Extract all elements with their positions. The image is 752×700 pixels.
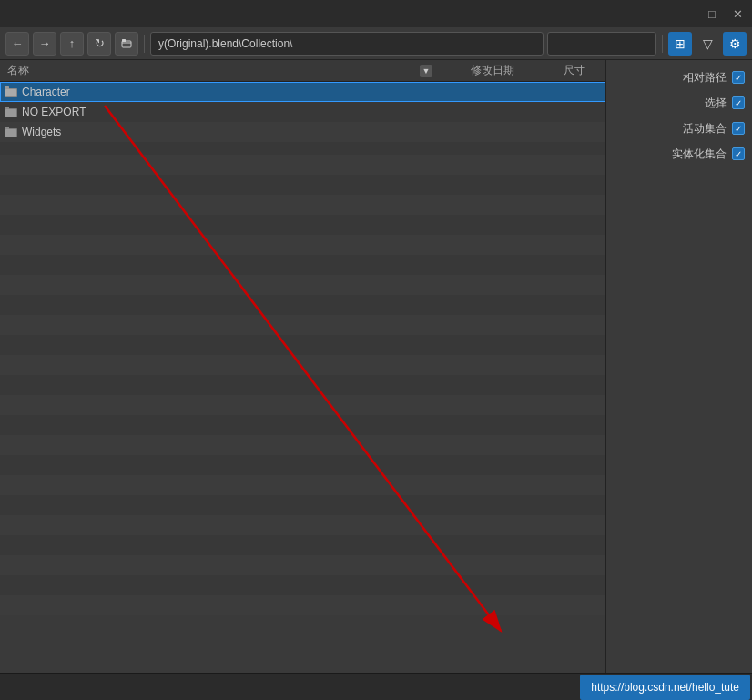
option-active-collection: 活动集合 [614,118,745,138]
checkbox-relative-path[interactable] [732,71,745,84]
close-button[interactable]: ✕ [730,6,745,21]
label-relative-path: 相对路径 [683,70,727,86]
label-select: 选择 [705,96,727,111]
svg-rect-7 [5,109,16,117]
option-solid-collection: 实体化集合 [614,144,745,164]
checkbox-solid-collection[interactable] [732,147,745,160]
right-panel: 相对路径 选择 活动集合 实体化集合 [606,60,752,673]
toolbar: ← → ↑ ↻ ⊞ ▽ ⚙ [0,27,752,60]
col-name-header: 名称 [4,63,420,78]
view-button[interactable]: ⊞ [668,32,692,56]
column-headers: 名称 ▼ 修改日期 尺寸 [0,60,605,82]
svg-rect-1 [122,39,126,42]
checkbox-select[interactable] [732,96,745,109]
maximize-button[interactable]: □ [705,6,719,21]
back-button[interactable]: ← [5,32,29,56]
open-button[interactable] [115,32,138,56]
title-bar: — □ ✕ [0,0,752,27]
file-name-widgets: Widgets [22,126,602,138]
checkbox-active-collection[interactable] [732,122,745,135]
option-relative-path: 相对路径 [614,67,745,87]
svg-rect-3 [5,86,9,89]
file-row-no-export[interactable]: NO EXPORT [0,102,605,122]
link-button[interactable]: https://blog.csdn.net/hello_tute [580,675,750,700]
status-bar: https://blog.csdn.net/hello_tute [0,673,752,700]
filter-dropdown-button[interactable]: ▼ [420,65,432,77]
search-input[interactable] [547,32,656,56]
folder-icon-widgets [4,125,18,139]
option-select: 选择 [614,93,745,113]
file-panel: 名称 ▼ 修改日期 尺寸 Character [0,60,606,673]
svg-rect-0 [122,41,131,47]
svg-rect-9 [5,127,9,129]
file-list: Character NO EXPORT [0,82,605,673]
file-row-widgets[interactable]: Widgets [0,122,605,142]
minimize-button[interactable]: — [679,6,694,21]
label-active-collection: 活动集合 [683,121,727,137]
refresh-button[interactable]: ↻ [87,32,111,56]
folder-icon-character [4,85,18,99]
col-size-header: 尺寸 [547,63,602,78]
up-button[interactable]: ↑ [60,32,84,56]
forward-button[interactable]: → [33,32,56,56]
file-name-character: Character [22,86,602,98]
address-bar[interactable] [150,32,544,56]
col-date-header: 修改日期 [438,63,547,78]
folder-icon-no-export [4,105,18,119]
svg-rect-10 [5,129,16,137]
file-row-character[interactable]: Character [0,82,605,102]
toolbar-divider-2 [662,35,663,53]
svg-rect-4 [5,89,16,96]
file-name-no-export: NO EXPORT [22,106,602,118]
main-layout: 名称 ▼ 修改日期 尺寸 Character [0,60,752,673]
file-list-empty [0,142,605,615]
label-solid-collection: 实体化集合 [672,147,727,162]
toolbar-divider [144,35,145,53]
filter-button[interactable]: ▽ [696,32,719,56]
svg-rect-6 [5,107,9,109]
settings-button[interactable]: ⚙ [723,32,747,56]
